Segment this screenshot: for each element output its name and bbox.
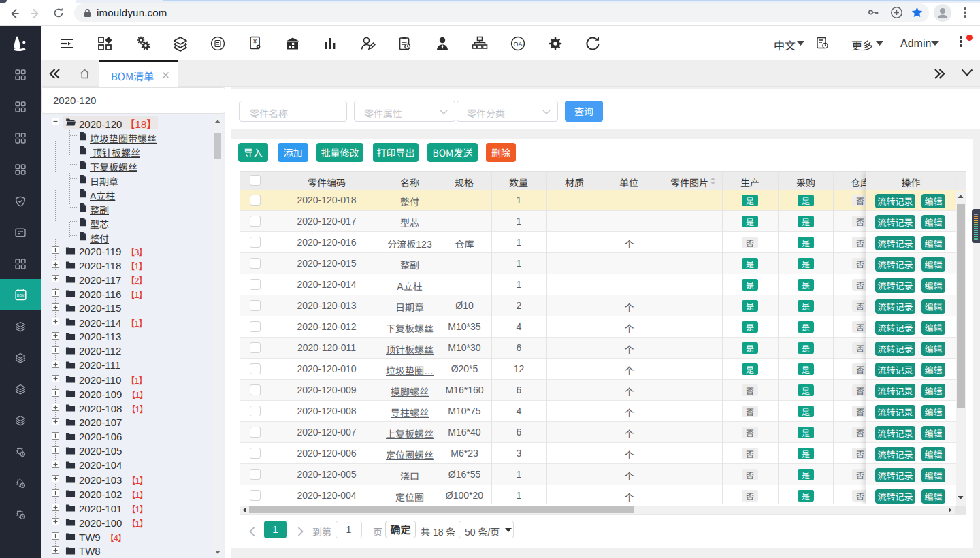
svg-text:OA: OA xyxy=(513,41,522,48)
svg-text:BOM: BOM xyxy=(17,293,24,297)
svg-text:¥: ¥ xyxy=(252,38,257,46)
